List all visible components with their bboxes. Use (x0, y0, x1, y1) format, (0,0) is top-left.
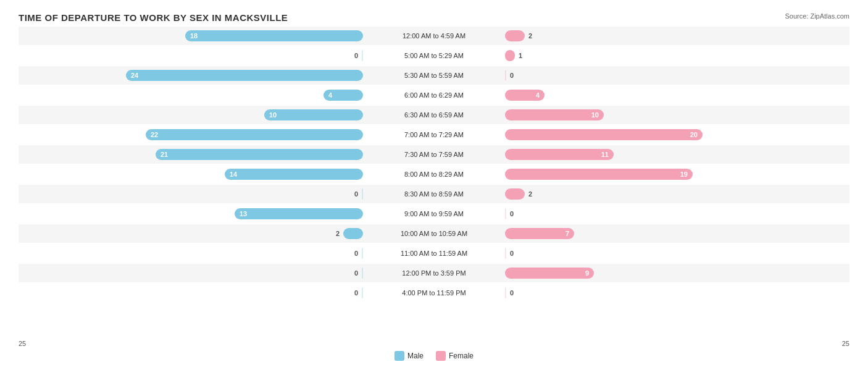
female-value: 0 (510, 210, 522, 217)
female-value: 11 (601, 151, 609, 158)
legend-female-label: Female (449, 352, 474, 360)
bottom-section: 25 25 Male Female (19, 340, 849, 361)
right-bar-section: 2 (505, 185, 849, 203)
left-bar-section: 24 (19, 66, 363, 85)
right-bar-section: 9 (505, 264, 849, 282)
right-bar-section: 19 (505, 165, 849, 184)
male-value: 0 (346, 52, 358, 59)
axis-left: 25 (19, 340, 26, 347)
left-bar-section: 0 (19, 284, 363, 302)
right-bar-section: 10 (505, 106, 849, 124)
female-value: 20 (690, 131, 698, 138)
male-bar: 4 (323, 90, 363, 101)
chart-row: 14 8:00 AM to 8:29 AM 19 (19, 165, 849, 184)
chart-row: 18 12:00 AM to 4:59 AM 2 (19, 27, 849, 45)
male-value: 22 (151, 131, 158, 138)
female-bar: 11 (505, 149, 614, 160)
chart-row: 0 4:00 PM to 11:59 PM 0 (19, 284, 849, 302)
male-bar (343, 228, 363, 239)
time-label: 6:30 AM to 6:59 AM (363, 111, 505, 119)
female-bar: 4 (505, 90, 545, 101)
left-bar-section: 0 (19, 185, 363, 203)
legend-female-box (436, 351, 446, 361)
female-value: 9 (585, 269, 589, 277)
left-bar-section: 10 (19, 106, 363, 124)
right-bar-section: 2 (505, 27, 849, 45)
female-value: 0 (510, 289, 522, 297)
legend-male-box (394, 351, 404, 361)
male-bar: 10 (264, 109, 363, 120)
legend: Male Female (19, 351, 849, 361)
axis-right: 25 (842, 340, 849, 347)
male-value: 13 (240, 210, 247, 217)
left-bar-section: 14 (19, 165, 363, 184)
female-value: 4 (536, 91, 540, 99)
male-value: 24 (131, 72, 138, 79)
chart-row: 0 5:00 AM to 5:29 AM 1 (19, 46, 849, 65)
female-value: 0 (510, 72, 522, 79)
female-bar: 19 (505, 169, 693, 180)
male-value: 18 (190, 32, 198, 40)
chart-container: TIME OF DEPARTURE TO WORK BY SEX IN MACK… (0, 0, 868, 367)
time-label: 9:00 AM to 9:59 AM (363, 210, 505, 217)
chart-row: 22 7:00 AM to 7:29 AM 20 (19, 125, 849, 144)
time-label: 7:30 AM to 7:59 AM (363, 151, 505, 158)
male-value: 21 (161, 151, 168, 158)
male-value: 2 (327, 230, 340, 237)
female-value: 7 (565, 230, 569, 237)
male-bar: 13 (235, 208, 363, 219)
left-bar-section: 21 (19, 145, 363, 164)
time-label: 6:00 AM to 6:29 AM (363, 91, 505, 99)
female-bar (505, 30, 525, 41)
time-label: 8:00 AM to 8:29 AM (363, 171, 505, 178)
time-label: 10:00 AM to 10:59 AM (363, 230, 505, 237)
left-bar-section: 2 (19, 224, 363, 243)
time-label: 5:30 AM to 5:59 AM (363, 72, 505, 79)
female-value: 10 (591, 111, 599, 119)
time-label: 8:30 AM to 8:59 AM (363, 190, 505, 198)
female-bar: 20 (505, 129, 703, 140)
chart-title: TIME OF DEPARTURE TO WORK BY SEX IN MACK… (19, 12, 849, 23)
male-bar: 18 (185, 30, 363, 41)
chart-row: 0 11:00 AM to 11:59 AM 0 (19, 244, 849, 263)
axis-row: 25 25 (19, 340, 849, 347)
time-label: 7:00 AM to 7:29 AM (363, 131, 505, 138)
right-bar-section: 20 (505, 125, 849, 144)
male-value: 4 (328, 91, 332, 99)
right-bar-section: 0 (505, 284, 849, 302)
male-bar: 21 (156, 149, 363, 160)
time-label: 5:00 AM to 5:29 AM (363, 52, 505, 59)
male-value: 10 (269, 111, 277, 119)
time-label: 4:00 PM to 11:59 PM (363, 289, 505, 297)
female-value: 0 (510, 250, 522, 257)
chart-row: 13 9:00 AM to 9:59 AM 0 (19, 205, 849, 223)
female-value: 2 (528, 190, 541, 198)
right-bar-section: 1 (505, 46, 849, 65)
male-bar: 14 (225, 169, 363, 180)
left-bar-section: 18 (19, 27, 363, 45)
male-value: 0 (346, 269, 358, 277)
female-bar: 7 (505, 228, 574, 239)
chart-row: 21 7:30 AM to 7:59 AM 11 (19, 145, 849, 164)
chart-row: 0 8:30 AM to 8:59 AM 2 (19, 185, 849, 203)
female-value: 1 (519, 52, 531, 59)
right-bar-section: 7 (505, 224, 849, 243)
left-bar-section: 0 (19, 264, 363, 282)
male-value: 0 (346, 190, 358, 198)
male-bar: 24 (126, 70, 363, 81)
female-bar (505, 188, 525, 200)
left-bar-section: 22 (19, 125, 363, 144)
legend-male: Male (394, 351, 424, 361)
right-bar-section: 0 (505, 66, 849, 85)
male-value: 14 (230, 171, 237, 178)
left-bar-section: 4 (19, 86, 363, 104)
chart-row: 0 12:00 PM to 3:59 PM 9 (19, 264, 849, 282)
female-bar: 10 (505, 109, 604, 120)
chart-area: 18 12:00 AM to 4:59 AM 2 0 5:00 AM to 5:… (19, 27, 849, 332)
time-label: 12:00 AM to 4:59 AM (363, 32, 505, 40)
male-value: 0 (346, 289, 358, 297)
chart-row: 10 6:30 AM to 6:59 AM 10 (19, 106, 849, 124)
legend-male-label: Male (407, 352, 424, 360)
chart-row: 2 10:00 AM to 10:59 AM 7 (19, 224, 849, 243)
female-value: 19 (680, 171, 688, 178)
